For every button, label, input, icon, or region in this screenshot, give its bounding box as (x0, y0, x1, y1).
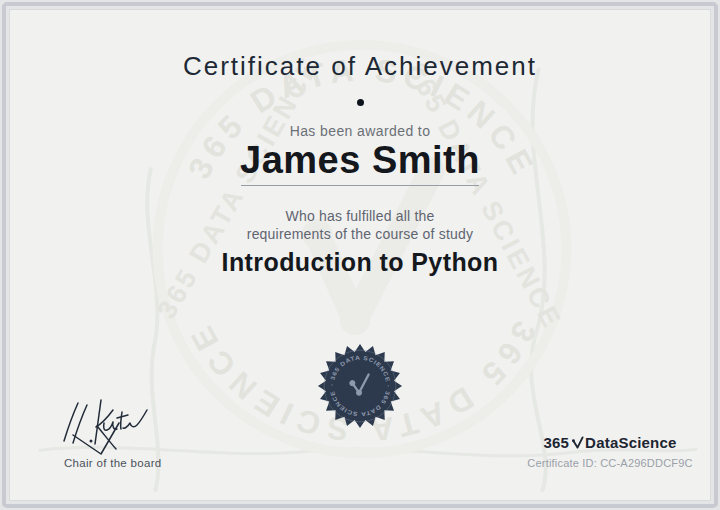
brand-check-icon (571, 435, 584, 450)
course-title: Introduction to Python (10, 248, 710, 277)
description-line-1: Who has fulfilled all the (10, 208, 710, 224)
certificate-id: Certificate ID: CC-A296DDCF9C (525, 457, 695, 469)
signer-title: Chair of the board (64, 457, 161, 469)
description-line-2: requirements of the course of study (10, 226, 710, 242)
name-underline (241, 185, 479, 186)
brand-logo: 365 DataScience (525, 434, 695, 451)
awarded-label: Has been awarded to (10, 123, 710, 139)
certificate-title: Certificate of Achievement (10, 51, 710, 82)
recipient-name: James Smith (10, 139, 710, 182)
signature (59, 397, 179, 455)
brand-prefix: 365 (543, 434, 569, 451)
certificate-paper: 365 DATA SCIENCE 365 DATA SCIENCE 365 DA… (9, 9, 711, 501)
brand-suffix: DataScience (585, 434, 676, 451)
certificate-screenshot: { "certificate": { "title": "Certificate… (0, 0, 720, 510)
separator-dot (357, 99, 364, 106)
seal-badge: · 365 DATA SCIENCE · 365 DATA SCIENCE (317, 343, 403, 429)
